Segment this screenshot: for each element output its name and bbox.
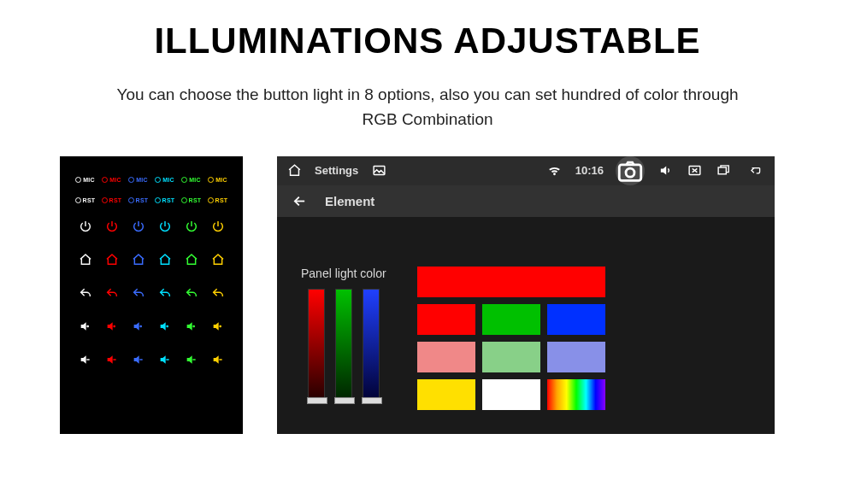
color-swatch[interactable] [547,342,605,372]
back-icon [103,284,121,302]
mic-item-white: MIC [75,177,95,183]
vol-down-icon [130,351,147,368]
recent-apps-icon[interactable] [715,162,732,179]
vol-down-icon [183,351,200,368]
rst-item-cyan: RST [155,197,175,203]
power-icon [183,218,200,235]
power-row [72,218,231,235]
svg-point-2 [626,168,634,177]
home-icon [183,251,200,268]
home-icon [77,251,94,268]
content-area: Panel light color [277,217,775,434]
back-icon [130,284,147,302]
power-icon [156,218,174,235]
color-swatch[interactable] [417,342,475,372]
app-name: Settings [315,164,358,177]
settings-screen: Settings 10:16 [277,156,775,434]
page-title: ILLUMINATIONS ADJUSTABLE [0,21,855,62]
rst-item-blue: RST [128,197,149,203]
back-system-icon[interactable] [744,162,766,179]
color-palette [417,267,605,410]
vol-up-icon [130,318,147,335]
back-row [72,284,231,302]
mic-row: MICMICMICMICMICMIC [72,177,231,183]
home-icon[interactable] [286,162,303,179]
color-swatch[interactable] [417,304,475,335]
vol-down-icon [103,351,121,368]
rst-item-red: RST [102,197,122,203]
close-window-icon[interactable] [686,162,703,179]
color-swatch[interactable] [482,342,540,372]
vol-up-icon [156,318,174,335]
vol-up-icon [103,318,121,335]
power-icon [77,218,94,235]
statusbar: Settings 10:16 [277,156,775,185]
vol-up-icon [183,318,200,335]
page-subtitle: You can choose the button light in 8 opt… [103,82,752,132]
back-icon [77,284,94,302]
subheader-title: Element [325,194,374,208]
color-swatch[interactable] [547,304,605,335]
picture-icon[interactable] [370,162,387,179]
panel-light-label: Panel light color [301,267,386,280]
mic-item-red: MIC [102,177,121,183]
mic-item-blue: MIC [128,177,148,183]
home-icon [156,251,174,268]
vol-down-icon [209,351,227,368]
back-icon [183,284,200,302]
home-icon [209,251,227,268]
rgb-sliders [308,289,380,403]
device-button-panel: MICMICMICMICMICMIC RSTRSTRSTRSTRSTRST [60,156,243,434]
clock: 10:16 [575,164,604,177]
power-icon [130,218,147,235]
power-icon [103,218,121,235]
color-swatch[interactable] [547,379,605,410]
vol-up-icon [209,318,227,335]
vol-up-icon [77,318,94,335]
camera-button[interactable] [616,156,645,185]
color-swatch-selected[interactable] [417,267,605,297]
power-icon [209,218,227,235]
vol-down-icon [77,351,94,368]
wifi-icon [546,162,563,179]
mic-item-cyan: MIC [155,177,174,183]
back-arrow-icon[interactable] [291,192,308,209]
vol-down-icon [156,351,174,368]
back-icon [209,284,227,302]
mic-item-green: MIC [181,177,201,183]
svg-rect-4 [718,167,726,174]
color-swatch[interactable] [417,379,475,410]
mic-item-yellow: MIC [208,177,227,183]
blue-slider[interactable] [363,289,380,403]
color-swatch[interactable] [482,379,540,410]
back-icon [156,284,174,302]
color-swatch[interactable] [482,304,540,335]
rst-item-green: RST [181,197,202,203]
rst-item-yellow: RST [208,197,228,203]
red-slider[interactable] [308,289,325,403]
rst-row: RSTRSTRSTRSTRSTRST [72,197,231,203]
home-icon [103,251,121,268]
home-icon [130,251,147,268]
svg-rect-1 [619,165,641,180]
green-slider[interactable] [335,289,352,403]
rst-item-white: RST [75,197,96,203]
subheader: Element [277,185,775,217]
vol-down-row [72,351,231,368]
home-row [72,251,231,268]
volume-icon[interactable] [657,162,674,179]
vol-up-row [72,318,231,335]
